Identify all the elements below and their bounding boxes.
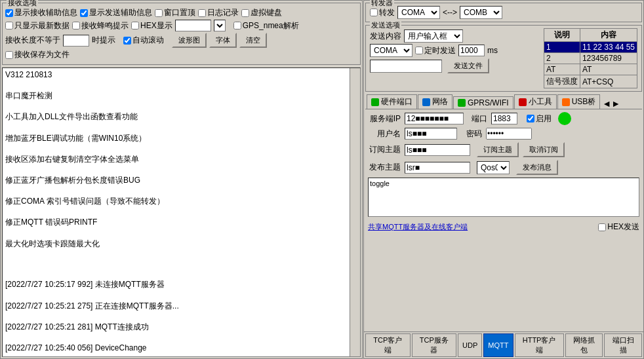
log-line-12: [2022/7/27 10:25:21 275] 正在连接MQTT服务器... <box>5 301 347 312</box>
tab-network-label: 网络 <box>432 96 448 107</box>
gps-nmea-cb[interactable] <box>233 22 241 29</box>
unsubscribe-button[interactable]: 取消订阅 <box>523 142 565 157</box>
publish-topic-input[interactable] <box>405 162 470 174</box>
log-line-6: 修正COMA 索引号错误问题（导致不能转发） <box>5 196 347 207</box>
username-label: 用户名 <box>368 128 401 140</box>
transfer-cb[interactable] <box>370 9 378 16</box>
send-text-input[interactable] <box>370 60 442 73</box>
tab-usb-label: USB桥 <box>572 96 596 107</box>
send-table-row-at[interactable]: AT AT <box>544 64 637 75</box>
udp-tab[interactable]: UDP <box>458 333 482 357</box>
port-label: 端口 <box>472 113 487 124</box>
send-table-row-signal[interactable]: 信号强度 AT+CSQ <box>544 75 637 88</box>
send-file-button[interactable]: 发送文件 <box>447 58 489 73</box>
subscribe-button[interactable]: 订阅主题 <box>477 142 519 157</box>
mqtt-tab[interactable]: MQTT <box>483 333 513 357</box>
password-input[interactable] <box>486 128 532 140</box>
window-top-cb[interactable] <box>155 9 163 17</box>
tcp-server-tab[interactable]: TCP服务器 <box>412 333 457 357</box>
virtual-keyboard-label: 虚拟键盘 <box>251 7 282 18</box>
interval-input[interactable] <box>458 45 485 56</box>
log-line-8: 最大化时选项卡跟随最大化 <box>5 238 347 250</box>
send-content-select[interactable]: 用户输入框 <box>404 29 463 43</box>
hex-display-label: HEX显示 <box>140 20 172 31</box>
send-row-content-1: 11 22 33 44 55 <box>580 42 637 53</box>
publish-topic-label: 发布主题 <box>368 162 401 173</box>
gprs-icon <box>458 99 466 107</box>
send-table-col-desc: 说明 <box>544 29 580 42</box>
hex-send-label: HEX发送 <box>607 221 639 233</box>
send-row-id-2: 2 <box>544 53 580 64</box>
font-button[interactable]: 字体 <box>209 33 237 48</box>
http-client-tab[interactable]: HTTP客户端 <box>515 333 564 357</box>
send-row-id-at: AT <box>544 64 580 75</box>
mqtt-link[interactable]: 共享MQTT服务器及在线客户端 <box>368 222 468 232</box>
tab-usb[interactable]: USB桥 <box>557 94 601 109</box>
auto-scroll-cb[interactable] <box>123 37 131 45</box>
tab-hardware[interactable]: 硬件端口 <box>367 94 417 109</box>
subscribe-topic-label: 订阅主题 <box>368 144 401 155</box>
bottom-tab-bar: TCP客户端 TCP服务器 UDP MQTT HTTP客户端 网络抓包 端口扫描 <box>364 331 643 358</box>
log-line-1: 串口魔开检测 <box>5 90 347 102</box>
comb-select-converter[interactable]: COMB COMA COM1 <box>460 6 502 19</box>
arrow-label: <--> <box>443 8 457 17</box>
port-scan-tab[interactable]: 端口扫描 <box>604 333 642 357</box>
converter-title: 转发器 <box>370 0 394 8</box>
username-input[interactable] <box>405 128 457 140</box>
recv-beep-cb[interactable] <box>72 22 80 29</box>
log-record-cb[interactable] <box>198 9 206 17</box>
log-line-0: V312 210813 <box>5 69 347 81</box>
send-row-content-at: AT <box>580 64 637 75</box>
send-row-content-2: 123456789 <box>580 53 637 64</box>
log-line-4: 接收区添加右键复制清空字体全选菜单 <box>5 154 347 165</box>
send-table-col-content: 内容 <box>580 29 637 42</box>
log-scrollbar[interactable] <box>350 68 360 356</box>
hex-display-input[interactable]: 11 22 33 <box>175 20 211 31</box>
tab-network[interactable]: 网络 <box>418 94 453 109</box>
mqtt-panel: 服务端IP 端口 启用 用户名 密码 订阅主题 <box>364 109 643 331</box>
send-row-id-signal: 信号强度 <box>544 75 580 88</box>
save-file-cb[interactable] <box>5 51 13 59</box>
virtual-keyboard-cb[interactable] <box>241 9 249 17</box>
subscribe-topic-input[interactable] <box>405 144 470 156</box>
port-input[interactable] <box>491 113 517 124</box>
recv-beep-label: 接收蜂鸣提示 <box>81 20 129 31</box>
connection-indicator <box>558 112 571 125</box>
send-table: 说明 内容 1 11 22 33 44 55 2 123456789 AT AT <box>544 28 637 88</box>
coma-select-send[interactable]: COMA COMB <box>370 44 413 57</box>
tab-gprs[interactable]: GPRS/WIFI <box>453 96 513 109</box>
hex-display-dropdown[interactable]: ▼ <box>214 20 226 31</box>
server-ip-input[interactable] <box>405 113 464 124</box>
coma-select-converter[interactable]: COMA COMB COM1 <box>397 6 440 19</box>
log-record-label: 日志记录 <box>207 7 239 18</box>
network-capture-tab[interactable]: 网络抓包 <box>565 333 603 357</box>
gps-nmea-label: GPS_nmea解析 <box>243 20 299 31</box>
transfer-label: 转发 <box>379 7 395 18</box>
show-latest-only-cb[interactable] <box>5 22 13 29</box>
qos-select[interactable]: Qos0 Qos1 Qos2 <box>477 161 510 174</box>
publish-textarea[interactable]: toggle <box>368 178 639 217</box>
send-table-row-2[interactable]: 2 123456789 <box>544 53 637 64</box>
tab-hardware-label: 硬件端口 <box>381 96 413 107</box>
enable-cb[interactable] <box>527 115 534 123</box>
scheduled-send-cb[interactable] <box>415 47 423 54</box>
save-file-label: 接收保存为文件 <box>14 49 70 60</box>
window-top-label: 窗口置顶 <box>164 7 195 18</box>
show-send-assist-cb[interactable] <box>80 9 88 17</box>
hex-display-cb[interactable] <box>131 22 139 29</box>
tab-tools-label: 小工具 <box>529 96 552 107</box>
tcp-client-tab[interactable]: TCP客户端 <box>365 333 411 357</box>
send-row-id-1: 1 <box>544 42 580 53</box>
send-content-label: 发送内容 <box>370 31 401 42</box>
tab-gprs-label: GPRS/WIFI <box>468 98 509 107</box>
hardware-icon <box>371 98 379 106</box>
hex-send-cb[interactable] <box>598 223 606 231</box>
recv-len-input[interactable] <box>63 35 89 47</box>
send-table-row-1[interactable]: 1 11 22 33 44 55 <box>544 42 637 53</box>
tab-tools[interactable]: 小工具 <box>514 94 557 109</box>
publish-button[interactable]: 发布消息 <box>516 160 558 175</box>
clear-button[interactable]: 清空 <box>239 33 267 48</box>
show-recv-assist-cb[interactable] <box>5 9 13 17</box>
server-ip-label: 服务端IP <box>368 113 401 124</box>
waveform-button[interactable]: 波形图 <box>172 33 207 48</box>
